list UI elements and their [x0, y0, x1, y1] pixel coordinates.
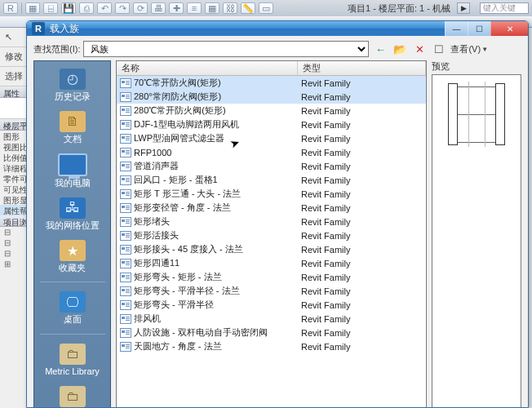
view-dropdown-icon[interactable]: ▼ [481, 46, 488, 53]
preview-box [432, 74, 521, 408]
family-file-icon [120, 148, 131, 157]
dialog-titlebar: R 载入族 — ☐ ✕ [27, 21, 528, 36]
table-row[interactable]: LWP型油网管式滤尘器Revit Family [117, 131, 426, 145]
qat-save-icon[interactable]: 💾 [61, 2, 76, 14]
list-body[interactable]: 70℃常开防火阀(矩形)Revit Family280°常闭防火阀(矩形)Rev… [117, 76, 426, 408]
place-favorites[interactable]: ★收藏夹 [40, 237, 105, 275]
app-logo[interactable]: R [3, 2, 18, 14]
table-row[interactable]: 矩形 T 形三通 - 大头 - 法兰Revit Family [117, 187, 426, 201]
place-network[interactable]: 🖧我的网络位置 [40, 195, 105, 233]
qat-add-icon[interactable]: ✚ [169, 2, 184, 14]
place-desktop[interactable]: 🖵桌面 [40, 289, 105, 326]
table-row[interactable]: 矩形活接头Revit Family [117, 228, 426, 242]
family-file-icon [120, 286, 131, 296]
table-row[interactable]: 矩形弯头 - 矩形 - 法兰Revit Family [117, 270, 426, 284]
family-file-icon [120, 134, 131, 144]
close-button[interactable]: ✕ [490, 21, 528, 36]
place-metric-detail[interactable]: 🗀Metric Deta... [40, 384, 105, 408]
place-computer[interactable]: 我的电脑 [40, 151, 105, 190]
qat-link-icon[interactable]: ⛓ [223, 2, 237, 14]
place-documents[interactable]: 🗎文档 [40, 109, 105, 146]
family-file-icon [120, 120, 131, 130]
family-file-icon [120, 231, 131, 241]
preview-panel: 预览 [432, 60, 521, 408]
up-folder-icon[interactable]: 📂 [392, 41, 408, 57]
qat-ruler-icon[interactable]: 📏 [241, 2, 255, 14]
places-bar: ◴历史记录 🗎文档 我的电脑 🖧我的网络位置 ★收藏夹 🖵桌面 🗀Metric … [33, 60, 111, 408]
table-row[interactable]: 矩形堵头Revit Family [117, 215, 426, 228]
table-row[interactable]: 管道消声器Revit Family [117, 159, 426, 173]
family-file-icon [120, 328, 131, 338]
qat-undo-icon[interactable]: ↶ [97, 2, 112, 14]
look-in-row: 查找范围(I): 风族 ← 📂 ✕ ☐ 查看(V) ▼ [33, 41, 521, 57]
table-row[interactable]: 矩形四通11Revit Family [117, 256, 426, 270]
table-row[interactable]: 排风机Revit Family [117, 312, 426, 326]
qat-open2-icon[interactable]: ⌸ [43, 2, 58, 14]
preview-label: 预览 [432, 60, 521, 73]
family-file-icon [120, 259, 131, 268]
table-row[interactable]: 280℃常开防火阀(矩形)Revit Family [117, 104, 426, 118]
family-file-icon [120, 189, 131, 199]
dialog-icon: R [32, 22, 45, 35]
maximize-button[interactable]: ☐ [468, 21, 490, 36]
table-row[interactable]: 70℃常开防火阀(矩形)Revit Family [117, 76, 426, 90]
table-row[interactable]: 天圆地方 - 角度 - 法兰Revit Family [117, 339, 426, 353]
table-row[interactable]: 矩形弯头 - 平滑半径 - 法兰Revit Family [117, 284, 426, 298]
family-file-icon [120, 78, 131, 88]
table-row[interactable]: RFP1000Revit Family [117, 145, 426, 159]
delete-icon[interactable]: ✕ [411, 41, 428, 57]
look-in-select[interactable]: 风族 [83, 41, 369, 57]
family-file-icon [120, 162, 131, 171]
family-file-icon [120, 217, 131, 227]
table-row[interactable]: 回风口 - 矩形 - 蛋格1Revit Family [117, 173, 426, 187]
family-file-icon [120, 203, 131, 213]
qat-rect-icon[interactable]: ▭ [259, 2, 273, 14]
file-list: 名称 类型 70℃常开防火阀(矩形)Revit Family280°常闭防火阀(… [116, 60, 427, 408]
preview-graphic [444, 82, 509, 147]
family-file-icon [120, 342, 131, 352]
family-file-icon [120, 273, 131, 282]
col-name[interactable]: 名称 [117, 61, 298, 75]
family-file-icon [120, 314, 131, 324]
qat-grid-icon[interactable]: ▦ [205, 2, 219, 14]
dialog-title: 载入族 [50, 22, 79, 36]
qat-redo-icon[interactable]: ↷ [115, 2, 130, 14]
qat-sync-icon[interactable]: ⟳ [133, 2, 148, 14]
family-file-icon [120, 245, 131, 255]
col-type[interactable]: 类型 [298, 61, 426, 75]
minimize-button[interactable]: — [445, 21, 468, 36]
list-header: 名称 类型 [117, 61, 426, 76]
help-play-icon[interactable]: ▶ [457, 2, 470, 14]
place-metric-library[interactable]: 🗀Metric Library [40, 341, 105, 379]
family-file-icon [120, 175, 131, 185]
qat-open-icon[interactable]: ▦ [25, 2, 40, 14]
place-history[interactable]: ◴历史记录 [40, 66, 105, 104]
table-row[interactable]: 280°常闭防火阀(矩形)Revit Family [117, 90, 426, 104]
table-row[interactable]: 矩形变径管 - 角度 - 法兰Revit Family [117, 201, 426, 215]
table-row[interactable]: 矩形弯头 - 平滑半径Revit Family [117, 298, 426, 312]
table-row[interactable]: 矩形接头 - 45 度接入 - 法兰Revit Family [117, 242, 426, 256]
back-icon[interactable]: ← [372, 41, 388, 57]
view-menu[interactable]: 查看(V) [450, 43, 481, 55]
look-in-label: 查找范围(I): [33, 43, 80, 55]
qat-saveas-icon[interactable]: ⎙ [79, 2, 94, 14]
qat-del-icon[interactable]: ≡ [187, 2, 202, 14]
new-folder-icon[interactable]: ☐ [431, 41, 447, 57]
family-file-icon [120, 106, 131, 116]
app-search-input[interactable]: 键入关键 [480, 2, 529, 14]
load-family-dialog: R 载入族 — ☐ ✕ 查找范围(I): 风族 ← 📂 ✕ ☐ 查看(V) ▼ … [26, 20, 529, 408]
family-file-icon [120, 300, 131, 310]
family-file-icon [120, 92, 131, 102]
app-title: 项目1 - 楼层平面: 1 - 机械 [348, 2, 450, 15]
qat-print-icon[interactable]: 🖶 [151, 2, 166, 14]
table-row[interactable]: DJF-1型电动脚踏两用风机Revit Family [117, 118, 426, 131]
quick-access-toolbar: R ▦ ⌸ 💾 ⎙ ↶ ↷ ⟳ 🖶 ✚ ≡ ▦ ⛓ 📏 ▭ 项目1 - 楼层平面… [0, 0, 532, 16]
table-row[interactable]: 人防设施 - 双杆电动自手动密闭阀Revit Family [117, 326, 426, 339]
